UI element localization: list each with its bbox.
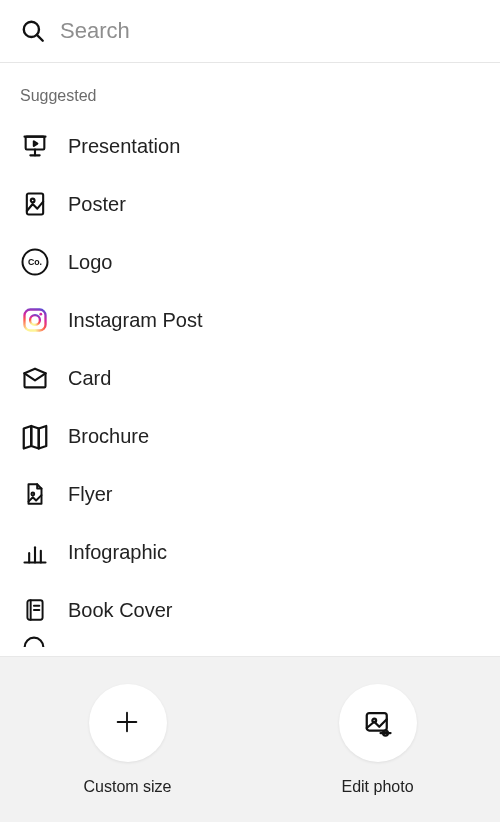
flyer-icon xyxy=(20,479,50,509)
design-type-picker: Suggested Presentation Poster xyxy=(0,0,500,822)
custom-size-circle xyxy=(89,684,167,762)
plus-icon xyxy=(113,708,143,738)
infographic-icon xyxy=(20,537,50,567)
suggested-item-brochure[interactable]: Brochure xyxy=(0,407,500,465)
edit-photo-icon xyxy=(363,708,393,738)
custom-size-label: Custom size xyxy=(83,778,171,796)
edit-photo-button[interactable]: Edit photo xyxy=(339,684,417,796)
list-item-label: Poster xyxy=(68,193,126,216)
suggested-item-poster[interactable]: Poster xyxy=(0,175,500,233)
brochure-icon xyxy=(20,421,50,451)
list-item-label: Flyer xyxy=(68,483,112,506)
svg-point-17 xyxy=(31,493,34,496)
suggested-item-card[interactable]: Card xyxy=(0,349,500,407)
list-item-label: Card xyxy=(68,367,111,390)
custom-size-button[interactable]: Custom size xyxy=(83,684,171,796)
list-item-label: Brochure xyxy=(68,425,149,448)
instagram-icon xyxy=(20,305,50,335)
edit-photo-circle xyxy=(339,684,417,762)
search-input[interactable] xyxy=(60,18,480,44)
presentation-icon xyxy=(20,131,50,161)
list-item-label: Instagram Post xyxy=(68,309,203,332)
svg-point-12 xyxy=(30,315,40,325)
edit-photo-label: Edit photo xyxy=(341,778,413,796)
suggested-item-book-cover[interactable]: Book Cover xyxy=(0,581,500,639)
suggested-item-infographic[interactable]: Infographic xyxy=(0,523,500,581)
list-item-label: Logo xyxy=(68,251,113,274)
poster-icon xyxy=(20,189,50,219)
suggested-item-instagram[interactable]: Instagram Post xyxy=(0,291,500,349)
svg-point-8 xyxy=(31,199,35,203)
svg-line-1 xyxy=(37,35,43,41)
logo-icon: Co. xyxy=(20,247,50,277)
svg-point-13 xyxy=(39,313,42,316)
suggested-item-logo[interactable]: Co. Logo xyxy=(0,233,500,291)
suggested-item-flyer[interactable]: Flyer xyxy=(0,465,500,523)
list-item-label: Presentation xyxy=(68,135,180,158)
svg-marker-16 xyxy=(39,426,47,449)
list-item-label: Infographic xyxy=(68,541,167,564)
bottom-actions: Custom size Edit photo xyxy=(0,656,500,822)
svg-marker-4 xyxy=(34,141,38,146)
book-cover-icon xyxy=(20,595,50,625)
list-item-label: Book Cover xyxy=(68,599,173,622)
svg-rect-11 xyxy=(25,310,46,331)
search-icon xyxy=(20,18,46,44)
search-bar[interactable] xyxy=(0,0,500,63)
svg-text:Co.: Co. xyxy=(28,257,42,267)
card-icon xyxy=(20,363,50,393)
section-label: Suggested xyxy=(0,63,500,117)
suggested-item-presentation[interactable]: Presentation xyxy=(0,117,500,175)
